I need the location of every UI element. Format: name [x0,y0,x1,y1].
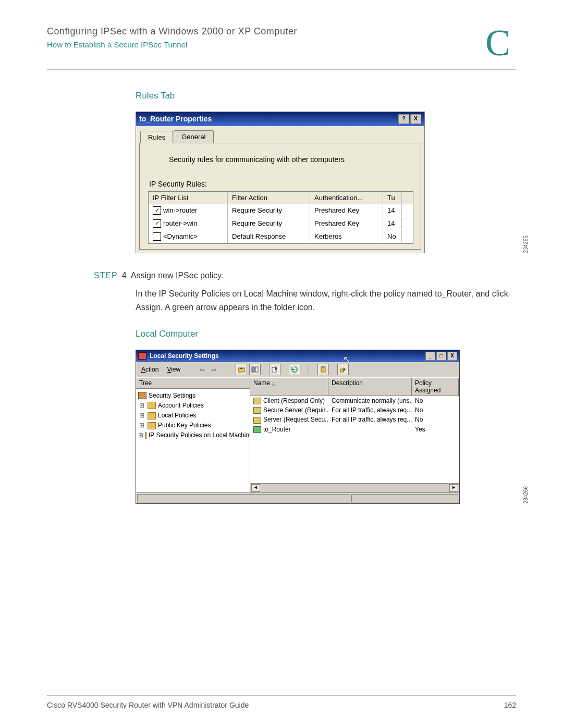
cell-filter-action: Require Security [228,217,310,229]
appendix-letter: C [480,26,516,60]
col-tunnel[interactable]: Tu [383,192,402,204]
show-pane-icon[interactable] [249,364,261,375]
close-button[interactable]: X [447,352,457,361]
table-row[interactable]: ✓router->win Require Security Preshared … [149,217,413,230]
expand-icon[interactable]: ⊞ [138,421,145,430]
checkbox-icon[interactable]: ✓ [153,219,161,228]
page-number: 162 [504,701,516,709]
expand-icon[interactable]: ⊞ [138,430,143,440]
help-button[interactable]: ? [398,114,409,124]
figure-number: 234265 [523,236,529,253]
policy-icon [253,417,261,424]
table-row[interactable]: ✓win->router Require Security Preshared … [149,204,413,217]
step-number: 4 [122,269,127,282]
book-icon [138,392,146,399]
properties-dialog: to_Router Properties ? X Rules General S… [136,112,425,253]
status-cell [351,494,458,502]
col-ip-filter[interactable]: IP Filter List [149,192,228,204]
book-icon [145,432,146,439]
checkbox-icon[interactable]: ✓ [153,206,161,215]
assign-icon[interactable] [337,364,349,375]
cell-assigned: No [412,415,459,424]
cell-tunnel: No [383,230,402,242]
expand-icon[interactable]: ⊞ [138,401,145,411]
expand-icon[interactable]: ⊞ [138,411,145,421]
folder-icon [148,422,156,429]
cell-assigned: No [412,397,459,405]
menu-separator [227,365,227,374]
menu-action[interactable]: AActionction [141,366,158,373]
list-item[interactable]: Client (Respond Only)Communicate normall… [250,396,459,405]
folder-icon [148,412,156,419]
figure-number: 234266 [523,486,529,503]
menu-separator [189,365,189,374]
up-folder-icon[interactable] [236,364,247,375]
col-description[interactable]: Description [328,378,412,396]
menu-separator [309,365,309,374]
tab-general[interactable]: General [174,130,213,143]
header-rule [47,69,516,70]
policy-assigned-icon [253,426,261,433]
tree-header[interactable]: Tree [136,378,250,389]
tab-body: Security rules for communicating with ot… [139,143,421,250]
rules-table: IP Filter List Filter Action Authenticat… [148,191,413,244]
paste-icon[interactable] [317,364,329,375]
list-item[interactable]: Secure Server (Requir...For all IP traff… [250,405,459,415]
window-titlebar[interactable]: Local Security Settings _ □ X [136,350,459,362]
footer-title: Cisco RVS4000 Security Router with VPN A… [47,701,249,709]
cell-name: Secure Server (Requir... [263,406,328,414]
cell-filter-list: router->win [163,219,197,227]
tree-item[interactable]: ⊞Public Key Policies [138,421,248,430]
cell-name: Client (Respond Only) [263,397,325,404]
tree-item[interactable]: ⊞Account Policies [138,401,248,411]
tree-item[interactable]: ⊞Local Policies [138,411,248,421]
tree-pane: Tree Security Settings ⊞Account Policies… [136,378,250,492]
maximize-button[interactable]: □ [436,352,446,361]
list-item[interactable]: to_RouterYes [250,425,459,434]
page-footer: Cisco RVS4000 Security Router with VPN A… [47,695,516,709]
refresh-icon[interactable] [289,364,300,375]
tree-item[interactable]: ⊞IP Security Policies on Local Machine [138,430,248,440]
menubar: AActionction VViewiew ⇐ ⇒ [136,362,459,377]
menu-view[interactable]: VViewiew [167,366,180,373]
forward-button[interactable]: ⇒ [209,365,218,374]
cell-auth: Preshared Key [310,217,383,229]
page-header: Configuring IPSec with a Windows 2000 or… [47,26,516,60]
horizontal-scrollbar[interactable]: ◄ ► [250,483,459,492]
col-authentication[interactable]: Authentication... [310,192,383,204]
tree-item[interactable]: Security Settings [138,391,248,401]
cell-filter-action: Require Security [228,204,310,216]
cell-filter-list: win->router [163,206,197,214]
col-name[interactable]: Name △ [250,378,328,396]
minimize-button[interactable]: _ [425,352,435,361]
list-item[interactable]: Server (Request Secu...For all IP traffi… [250,415,459,424]
cell-name: Server (Request Secu... [263,416,328,423]
svg-rect-3 [252,367,254,372]
section-heading-local: Local Computer [136,329,516,339]
col-filter-action[interactable]: Filter Action [228,192,310,204]
checkbox-icon[interactable] [153,232,161,241]
policy-icon [253,407,261,414]
back-button[interactable]: ⇐ [198,365,207,374]
dialog-titlebar[interactable]: to_Router Properties ? X [136,112,424,126]
cell-desc: For all IP traffic, always req... [328,406,412,414]
close-button[interactable]: X [410,114,421,124]
cell-name: to_Router [263,426,291,433]
tree-label: Public Key Policies [158,421,211,430]
export-icon[interactable] [269,364,280,375]
svg-rect-8 [340,369,344,372]
tree-label: Account Policies [158,401,204,411]
cell-tunnel: 14 [383,217,402,229]
scroll-left-icon[interactable]: ◄ [251,484,260,492]
table-row[interactable]: <Dynamic> Default Response Kerberos No [149,230,413,243]
local-security-window: Local Security Settings _ □ X AActioncti… [136,350,460,504]
scroll-right-icon[interactable]: ► [449,484,458,492]
chapter-subtitle: How to Establish a Secure IPSec Tunnel [47,40,480,49]
cell-assigned: No [412,406,459,414]
section-heading-rules: Rules Tab [136,91,516,101]
col-policy-assigned[interactable]: Policy Assigned [412,378,459,396]
step-block: STEP 4 Assign new IPSec policy. In the I… [94,269,516,314]
tab-rules[interactable]: Rules [140,131,173,143]
folder-icon [148,402,156,409]
cell-auth: Preshared Key [310,204,383,216]
